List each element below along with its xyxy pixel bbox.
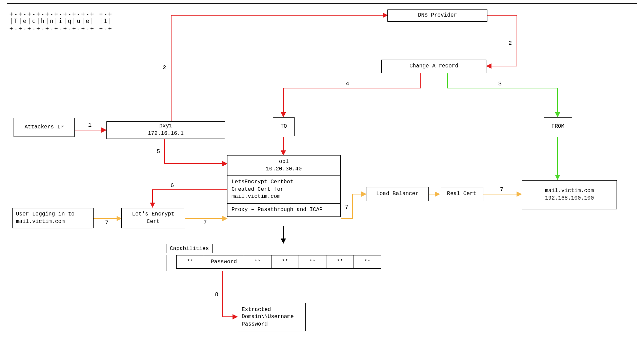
node-mail-victim: mail.victim.com 192.168.100.100 [522,180,617,209]
node-label: Change A record [409,63,458,70]
caps-row: ** Password ** ** ** ** ** [176,255,381,269]
mail-victim-ip: 192.168.100.100 [545,195,594,202]
edge-label-5: 5 [157,148,160,155]
caps-cell: ** [326,255,354,269]
caps-outline-botleft [166,255,177,271]
edge-label-2b: 2 [508,40,512,46]
node-label: Attackers IP [24,124,63,131]
node-label: Let's Encrypt Cert [132,211,175,225]
caps-label: Capabilities [166,244,213,253]
node-pxy1-ip: 172.16.16.1 [148,130,184,138]
ascii-title: +-+-+-+-+-+-+-+-+-+ +-+ |T|e|c|h|n|i|q|u… [9,11,113,32]
node-user-login: User Logging in to mail.victim.com [12,208,94,228]
node-label: FROM [551,123,564,130]
node-pxy1: pxy1 172.16.16.1 [106,121,225,139]
caps-outline-right [396,244,410,256]
op1-ip: 10.20.30.40 [229,166,338,173]
node-extracted: Extracted Domain\\Username Password [238,303,306,331]
node-label: TO [280,123,287,130]
node-label: DNS Provider [418,12,457,19]
edge-label-1: 1 [88,122,92,128]
op1-proxy-text: Proxy – Passthrough and ICAP [232,206,336,214]
edge-label-8: 8 [215,291,218,298]
node-dns-provider: DNS Provider [387,9,487,22]
node-label: User Logging in to mail.victim.com [16,211,90,225]
node-pxy1-name: pxy1 [159,123,172,130]
caps-cell: ** [354,255,381,269]
op1-proxy-row: Proxy – Passthrough and ICAP [227,204,340,216]
node-label: Extracted Domain\\Username Password [242,306,302,328]
node-from: FROM [544,117,572,136]
node-attackers-ip: Attackers IP [14,118,75,137]
op1-name: op1 [229,158,338,166]
node-lets-encrypt: Let's Encrypt Cert [121,208,185,228]
edge-label-7c: 7 [345,204,348,210]
edge-label-7b: 7 [203,220,207,226]
op1-header: op1 10.20.30.40 [227,156,340,176]
node-load-balancer: Load Balancer [366,187,429,201]
node-real-cert: Real Cert [440,187,483,201]
mail-victim-name: mail.victim.com [545,187,594,195]
edge-label-6: 6 [170,182,174,189]
node-to: TO [273,117,295,136]
node-label: Real Cert [447,190,476,198]
diagram-canvas: +-+-+-+-+-+-+-+-+-+ +-+ |T|e|c|h|n|i|q|u… [0,0,644,352]
node-op1: op1 10.20.30.40 LetsEncrypt Certbot Crea… [227,155,341,217]
caps-cell: ** [271,255,299,269]
caps-outline-botright [396,255,410,271]
caps-cell: ** [176,255,204,269]
edge-label-3: 3 [498,81,502,87]
edge-label-7a: 7 [105,220,108,226]
caps-cell: ** [244,255,271,269]
op1-cert-text: LetsEncrypt Certbot Created Cert for mai… [232,179,336,201]
edge-label-7d: 7 [500,186,503,193]
node-capabilities: Capabilities ** Password ** ** ** ** ** [166,244,410,272]
caps-cell-password: Password [204,255,244,269]
node-label: Load Balancer [376,190,419,198]
op1-cert-row: LetsEncrypt Certbot Created Cert for mai… [227,176,340,204]
edge-label-4: 4 [346,81,349,87]
edge-label-2a: 2 [163,64,166,71]
node-change-a-record: Change A record [381,60,486,73]
caps-cell: ** [299,255,326,269]
